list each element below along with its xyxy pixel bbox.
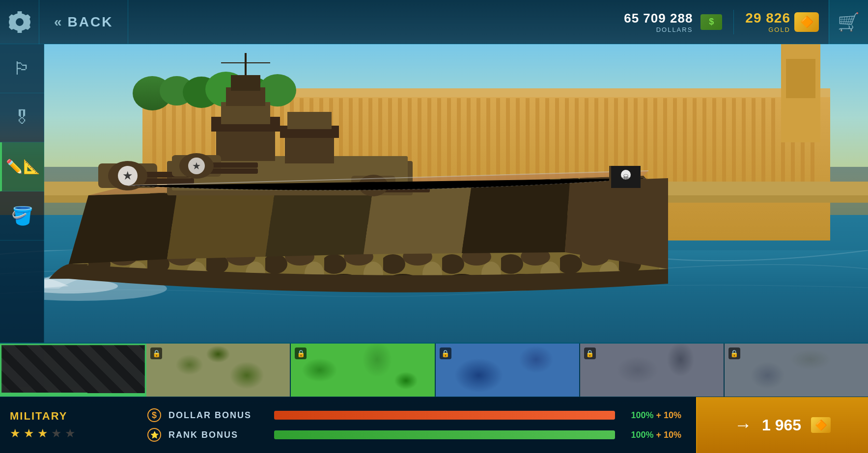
camo-pattern-urban xyxy=(580,344,724,397)
camo-pattern-digital xyxy=(725,344,868,397)
star-1: ★ xyxy=(10,426,21,440)
star-5: ★ xyxy=(65,426,76,440)
bottom-panel: 🔒 🔒 🔒 🔒 🔒 MILITARY ★ ★ xyxy=(0,343,868,453)
dollars-label: DOLLARS xyxy=(656,26,693,33)
camo-pattern-arctic xyxy=(436,344,579,397)
rank-bonus-label: RANK BONUS xyxy=(168,430,267,440)
sidebar-item-flag[interactable]: 🏳 xyxy=(0,44,44,93)
gold-label: GOLD xyxy=(768,26,790,33)
camo-pattern-desert xyxy=(146,344,290,397)
header: « BACK 65 709 288 DOLLARS $ 29 826 GOLD … xyxy=(0,0,868,44)
info-row: MILITARY ★ ★ ★ ★ ★ $ DOLLAR BONUS 100% +… xyxy=(0,397,868,453)
camo-info-left: MILITARY ★ ★ ★ ★ ★ xyxy=(0,397,133,453)
buy-gold-icon: 🔶 xyxy=(811,417,831,433)
camo-slot-jungle[interactable]: 🔒 xyxy=(291,344,435,397)
badge-icon: 🎖 xyxy=(13,107,31,128)
dollar-bonus-icon: $ xyxy=(147,408,161,422)
sidebar: 🏳 🎖 ✏️📐 🪣 xyxy=(0,44,44,387)
buy-button[interactable]: → 1 965 🔶 xyxy=(696,397,868,453)
dollar-bonus-label: DOLLAR BONUS xyxy=(168,410,267,421)
camo-progress-bar xyxy=(1,393,87,395)
svg-rect-120 xyxy=(609,166,611,200)
sidebar-item-camo[interactable]: ✏️📐 xyxy=(0,142,44,191)
back-button[interactable]: « BACK xyxy=(39,0,128,44)
gold-icon: 🔶 xyxy=(794,12,819,32)
star-4: ★ xyxy=(51,426,62,440)
dollars-amount: 65 709 288 xyxy=(624,11,693,26)
sidebar-item-badge[interactable]: 🎖 xyxy=(0,93,44,142)
lock-icon: 🔒 xyxy=(584,347,596,359)
camo-name: MILITARY xyxy=(10,410,123,423)
rank-bonus-bar-bg xyxy=(274,430,615,439)
camo-slot-arctic[interactable]: 🔒 xyxy=(436,344,580,397)
camo-selection-row: 🔒 🔒 🔒 🔒 🔒 xyxy=(0,344,868,397)
paint-icon: 🪣 xyxy=(11,206,33,226)
currency-group: 65 709 288 DOLLARS $ 29 826 GOLD 🔶 xyxy=(614,10,829,34)
lock-icon: 🔒 xyxy=(295,347,307,359)
dollar-bonus-bar-fill xyxy=(274,411,615,420)
camo-slot-military[interactable] xyxy=(0,344,146,397)
bonus-section: $ DOLLAR BONUS 100% + 10% ⭐ RANK BONUS 1… xyxy=(133,397,696,453)
currency-divider xyxy=(733,10,734,34)
back-label: BACK xyxy=(68,14,113,30)
money-icon: $ xyxy=(700,14,722,30)
rank-bonus-bar-fill xyxy=(274,430,615,439)
svg-text:☠: ☠ xyxy=(622,173,630,183)
camo-pattern-jungle xyxy=(291,344,434,397)
star-3: ★ xyxy=(37,426,48,440)
svg-text:★: ★ xyxy=(122,169,133,182)
ship-scene: ★ ★ ☠ xyxy=(44,44,868,343)
camo-slot-digital[interactable]: 🔒 xyxy=(725,344,868,397)
camo-tools-icon: ✏️📐 xyxy=(6,159,40,175)
sidebar-item-paint[interactable]: 🪣 xyxy=(0,191,44,240)
lock-icon: 🔒 xyxy=(150,347,162,359)
shop-button[interactable]: 🛒 xyxy=(829,0,868,44)
star-2: ★ xyxy=(24,426,34,440)
camo-pattern-military xyxy=(1,345,145,395)
camo-slot-urban[interactable]: 🔒 xyxy=(580,344,725,397)
dollar-bonus-pct: 100% + 10% xyxy=(627,410,681,421)
rank-bonus-pct: 100% + 10% xyxy=(627,430,681,440)
svg-rect-98 xyxy=(231,75,260,91)
flag-icon: 🏳 xyxy=(13,58,31,79)
dollars-block: 65 709 288 DOLLARS xyxy=(624,11,693,33)
buy-price: 1 965 xyxy=(762,416,801,434)
stars-row: ★ ★ ★ ★ ★ xyxy=(10,426,123,440)
buy-arrow-icon: → xyxy=(734,415,752,435)
gold-text-group: 29 826 GOLD xyxy=(745,10,790,33)
dollar-bonus-row: $ DOLLAR BONUS 100% + 10% xyxy=(147,408,681,422)
gold-amount: 29 826 xyxy=(745,10,790,26)
lock-icon: 🔒 xyxy=(440,347,451,359)
back-arrows-icon: « xyxy=(54,14,62,30)
lock-icon: 🔒 xyxy=(728,347,740,359)
svg-text:★: ★ xyxy=(192,160,201,171)
dollar-bonus-bar-bg xyxy=(274,411,615,420)
cart-icon: 🛒 xyxy=(838,12,860,32)
rank-bonus-icon: ⭐ xyxy=(147,428,161,442)
camo-slot-desert[interactable]: 🔒 xyxy=(146,344,291,397)
svg-rect-103 xyxy=(287,112,332,129)
settings-button[interactable] xyxy=(0,0,39,44)
rank-bonus-row: ⭐ RANK BONUS 100% + 10% xyxy=(147,428,681,442)
gear-icon xyxy=(9,11,30,33)
